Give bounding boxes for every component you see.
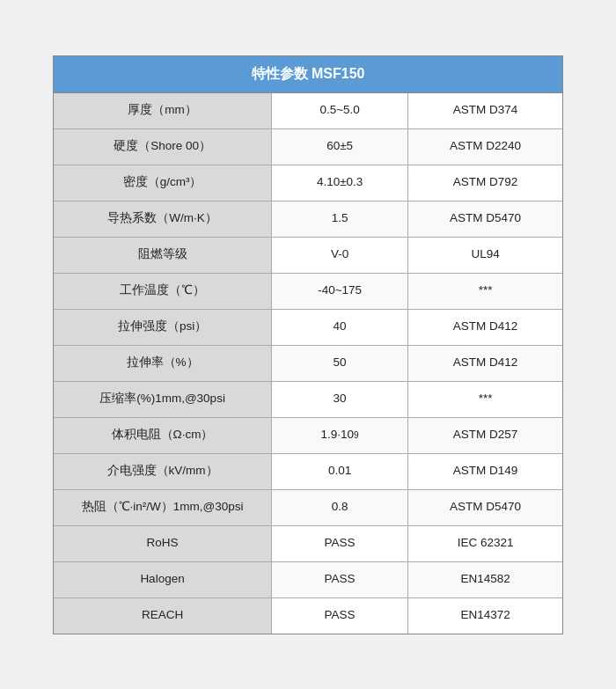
cell-value: 0.01 (272, 454, 408, 489)
cell-standard: ASTM D257 (408, 418, 562, 453)
table-row: 介电强度（kV/mm） 0.01 ASTM D149 (54, 454, 562, 490)
cell-standard: ASTM D5470 (408, 202, 562, 237)
table-row: 热阻（℃·in²/W）1mm,@30psi 0.8 ASTM D5470 (54, 490, 562, 526)
cell-standard: *** (408, 382, 562, 417)
table-row: 硬度（Shore 00） 60±5 ASTM D2240 (54, 129, 562, 165)
cell-standard: ASTM D149 (408, 454, 562, 489)
cell-standard: UL94 (408, 238, 562, 273)
cell-value: 1.9·109 (272, 418, 408, 453)
cell-value: V-0 (272, 238, 408, 273)
properties-table: 特性参数 MSF150 厚度（mm） 0.5~5.0 ASTM D374 硬度（… (53, 55, 563, 634)
cell-standard: EN14372 (408, 598, 562, 634)
cell-value: PASS (272, 526, 408, 561)
cell-label: 工作温度（℃） (54, 274, 272, 309)
cell-value: PASS (272, 598, 408, 634)
cell-value: 4.10±0.3 (272, 165, 408, 201)
table-row: Halogen PASS EN14582 (54, 562, 562, 598)
cell-value: 0.8 (272, 490, 408, 525)
table-row: RoHS PASS IEC 62321 (54, 526, 562, 562)
cell-label: 密度（g/cm³） (54, 165, 272, 201)
cell-standard: IEC 62321 (408, 526, 562, 561)
cell-value: 30 (272, 382, 408, 417)
cell-standard: ASTM D792 (408, 165, 562, 201)
cell-standard: ASTM D412 (408, 346, 562, 381)
cell-value: 1.5 (272, 202, 408, 237)
table-row: 压缩率(%)1mm,@30psi 30 *** (54, 382, 562, 418)
table-row: 厚度（mm） 0.5~5.0 ASTM D374 (54, 93, 562, 129)
cell-label: 介电强度（kV/mm） (54, 454, 272, 489)
cell-label: 体积电阻（Ω·cm） (54, 418, 272, 453)
cell-value: PASS (272, 562, 408, 597)
cell-label: 拉伸强度（psi） (54, 310, 272, 345)
cell-label: 拉伸率（%） (54, 346, 272, 381)
cell-label: Halogen (54, 562, 272, 597)
cell-standard: ASTM D2240 (408, 129, 562, 165)
cell-value: -40~175 (272, 274, 408, 309)
table-row: 工作温度（℃） -40~175 *** (54, 274, 562, 310)
table-row: 拉伸强度（psi） 40 ASTM D412 (54, 310, 562, 346)
table-row: REACH PASS EN14372 (54, 598, 562, 634)
cell-standard: EN14582 (408, 562, 562, 597)
cell-standard: ASTM D412 (408, 310, 562, 345)
cell-label: REACH (54, 598, 272, 634)
table-row: 导热系数（W/m·K） 1.5 ASTM D5470 (54, 202, 562, 238)
cell-value: 0.5~5.0 (272, 93, 408, 128)
table-row: 密度（g/cm³） 4.10±0.3 ASTM D792 (54, 165, 562, 202)
cell-value: 60±5 (272, 129, 408, 165)
table-body: 厚度（mm） 0.5~5.0 ASTM D374 硬度（Shore 00） 60… (54, 93, 562, 634)
cell-standard: ASTM D5470 (408, 490, 562, 525)
cell-value: 40 (272, 310, 408, 345)
cell-standard: ASTM D374 (408, 93, 562, 128)
table-row: 阻燃等级 V-0 UL94 (54, 238, 562, 274)
table-row: 拉伸率（%） 50 ASTM D412 (54, 346, 562, 382)
table-title: 特性参数 MSF150 (54, 56, 562, 93)
cell-label: 阻燃等级 (54, 238, 272, 273)
cell-label: 导热系数（W/m·K） (54, 202, 272, 237)
table-row: 体积电阻（Ω·cm） 1.9·109 ASTM D257 (54, 418, 562, 454)
cell-label: 压缩率(%)1mm,@30psi (54, 382, 272, 417)
cell-label: 厚度（mm） (54, 93, 272, 128)
cell-label: RoHS (54, 526, 272, 561)
cell-value: 50 (272, 346, 408, 381)
cell-standard: *** (408, 274, 562, 309)
cell-label: 热阻（℃·in²/W）1mm,@30psi (54, 490, 272, 525)
cell-label: 硬度（Shore 00） (54, 129, 272, 165)
